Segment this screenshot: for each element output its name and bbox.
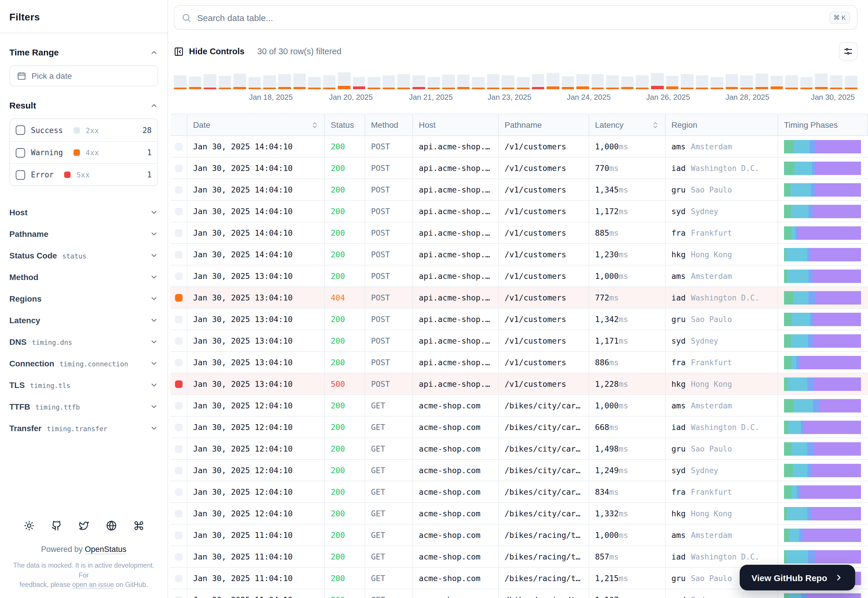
sort-chevrons-icon[interactable] <box>651 121 659 129</box>
sidebar-item-transfer[interactable]: Transfertiming.transfer <box>9 417 158 439</box>
table-row[interactable]: Jan 30, 2025 12:04:10200GETacme-shop.com… <box>170 503 868 525</box>
table-row[interactable]: Jan 30, 2025 12:04:10200GETacme-shop.com… <box>170 481 868 503</box>
time-range-section-header[interactable]: Time Range <box>9 47 158 57</box>
histogram-bar[interactable] <box>397 74 410 89</box>
date-picker-input[interactable]: Pick a date <box>9 65 158 86</box>
histogram-bar[interactable] <box>487 74 500 89</box>
histogram-bar[interactable] <box>666 76 678 89</box>
checkbox[interactable] <box>16 170 25 179</box>
sun-icon[interactable] <box>24 520 34 531</box>
table-row[interactable]: Jan 30, 2025 12:04:10200GETacme-shop.com… <box>170 417 868 438</box>
histogram-bar[interactable] <box>338 72 350 89</box>
histogram-bar[interactable] <box>592 74 604 89</box>
histogram-bar[interactable] <box>651 73 663 89</box>
checkbox[interactable] <box>16 148 25 157</box>
column-header-latency[interactable]: Latency <box>589 114 666 135</box>
histogram-bar[interactable] <box>785 75 798 89</box>
sort-chevrons-icon[interactable] <box>311 121 318 129</box>
histogram-bar[interactable] <box>502 75 514 89</box>
view-github-repo-button[interactable]: View GitHub Repo <box>740 565 855 591</box>
sidebar-item-latency[interactable]: Latency <box>9 309 158 331</box>
histogram-bar[interactable] <box>323 75 335 89</box>
table-row[interactable]: Jan 30, 2025 11:04:10200GETacme-shop.com… <box>170 525 868 546</box>
histogram-bar[interactable] <box>293 73 306 89</box>
twitter-icon[interactable] <box>78 520 89 531</box>
histogram-bar[interactable] <box>174 75 187 89</box>
table-row[interactable]: Jan 30, 2025 11:04:10200GETacme-shop.com… <box>170 546 868 568</box>
histogram-bar[interactable] <box>696 75 708 89</box>
table-row[interactable]: Jan 30, 2025 12:04:10200GETacme-shop.com… <box>170 395 868 417</box>
histogram-bar[interactable] <box>815 73 828 89</box>
table-row[interactable]: Jan 30, 2025 14:04:10200POSTapi.acme-sho… <box>170 157 868 179</box>
column-header-date[interactable]: Date <box>187 114 325 135</box>
search-input[interactable]: Search data table... ⌘ K <box>174 5 858 30</box>
histogram-bar[interactable] <box>472 77 485 89</box>
histogram-bar[interactable] <box>636 75 649 89</box>
histogram-bar[interactable] <box>263 75 276 89</box>
sidebar-item-connection[interactable]: Connectiontiming.connection <box>9 352 158 374</box>
histogram-bar[interactable] <box>382 75 395 89</box>
sidebar-item-ttfb[interactable]: TTFBtiming.ttfb <box>9 396 158 417</box>
histogram-bar[interactable] <box>711 77 723 89</box>
table-row[interactable]: Jan 30, 2025 14:04:10200POSTapi.acme-sho… <box>170 136 868 157</box>
table-row[interactable]: Jan 30, 2025 13:04:10200POSTapi.acme-sho… <box>170 309 868 330</box>
histogram-bar[interactable] <box>562 76 574 89</box>
histogram-bar[interactable] <box>726 74 738 89</box>
histogram-bar[interactable] <box>607 75 619 89</box>
checkbox[interactable] <box>16 126 25 135</box>
histogram-bar[interactable] <box>218 76 231 89</box>
histogram-bar[interactable] <box>203 74 216 89</box>
table-row[interactable]: Jan 30, 2025 13:04:10200POSTapi.acme-sho… <box>170 330 868 352</box>
sidebar-item-pathname[interactable]: Pathname <box>9 223 158 244</box>
histogram-bar[interactable] <box>457 75 469 89</box>
table-row[interactable]: Jan 30, 2025 13:04:10200POSTapi.acme-sho… <box>170 352 868 374</box>
histogram-bar[interactable] <box>234 73 246 89</box>
globe-icon[interactable] <box>106 520 117 531</box>
table-row[interactable]: Jan 30, 2025 11:04:10200GETacme-shop.com… <box>170 589 868 598</box>
view-options-button[interactable] <box>839 42 858 61</box>
table-row[interactable]: Jan 30, 2025 12:04:10200GETacme-shop.com… <box>170 438 868 460</box>
histogram-bar[interactable] <box>621 76 634 89</box>
histogram-bar[interactable] <box>308 77 321 89</box>
sidebar-item-host[interactable]: Host <box>9 201 158 223</box>
hide-controls-button[interactable]: Hide Controls <box>174 46 244 56</box>
histogram-bar[interactable] <box>517 77 529 89</box>
table-row[interactable]: Jan 30, 2025 14:04:10200POSTapi.acme-sho… <box>170 244 868 265</box>
histogram-bar[interactable] <box>741 75 753 89</box>
histogram-bar[interactable] <box>532 74 544 89</box>
histogram-bar[interactable] <box>248 77 261 89</box>
histogram-bar[interactable] <box>442 75 455 89</box>
result-option-success[interactable]: Success2xx28 <box>10 119 157 141</box>
table-row[interactable]: Jan 30, 2025 13:04:10200POSTapi.acme-sho… <box>170 265 868 287</box>
openstatus-link[interactable]: OpenStatus <box>85 545 127 554</box>
histogram-bar[interactable] <box>800 77 813 89</box>
histogram-bar[interactable] <box>770 76 783 89</box>
table-row[interactable]: Jan 30, 2025 12:04:10200GETacme-shop.com… <box>170 460 868 481</box>
command-icon[interactable] <box>133 520 144 531</box>
histogram-bar[interactable] <box>830 75 843 89</box>
histogram-bar[interactable] <box>412 75 425 89</box>
histogram-bar[interactable] <box>189 76 201 89</box>
open-issue-link[interactable]: open an issue <box>72 582 114 588</box>
result-option-error[interactable]: Error5xx1 <box>10 163 157 185</box>
result-section-header[interactable]: Result <box>9 100 158 110</box>
table-row[interactable]: Jan 30, 2025 14:04:10200POSTapi.acme-sho… <box>170 201 868 222</box>
histogram-bar[interactable] <box>427 77 440 89</box>
sidebar-item-dns[interactable]: DNStiming.dns <box>9 331 158 352</box>
table-row[interactable]: Jan 30, 2025 13:04:10500POSTapi.acme-sho… <box>170 374 868 395</box>
histogram-bar[interactable] <box>278 74 291 89</box>
sidebar-item-status-code[interactable]: Status Codestatus <box>9 244 158 266</box>
github-icon[interactable] <box>51 520 61 531</box>
histogram-bar[interactable] <box>368 77 380 89</box>
table-row[interactable]: Jan 30, 2025 13:04:10404POSTapi.acme-sho… <box>170 287 868 309</box>
histogram-bar[interactable] <box>547 73 559 89</box>
histogram-bar[interactable] <box>845 76 858 89</box>
histogram-bar[interactable] <box>755 73 768 89</box>
result-option-warning[interactable]: Warning4xx1 <box>10 141 157 163</box>
sidebar-item-tls[interactable]: TLStiming.tls <box>9 374 158 396</box>
histogram-bar[interactable] <box>576 74 589 89</box>
table-row[interactable]: Jan 30, 2025 14:04:10200POSTapi.acme-sho… <box>170 179 868 201</box>
sidebar-item-regions[interactable]: Regions <box>9 288 158 309</box>
histogram-bar[interactable] <box>353 77 366 89</box>
histogram-bar[interactable] <box>681 74 693 89</box>
